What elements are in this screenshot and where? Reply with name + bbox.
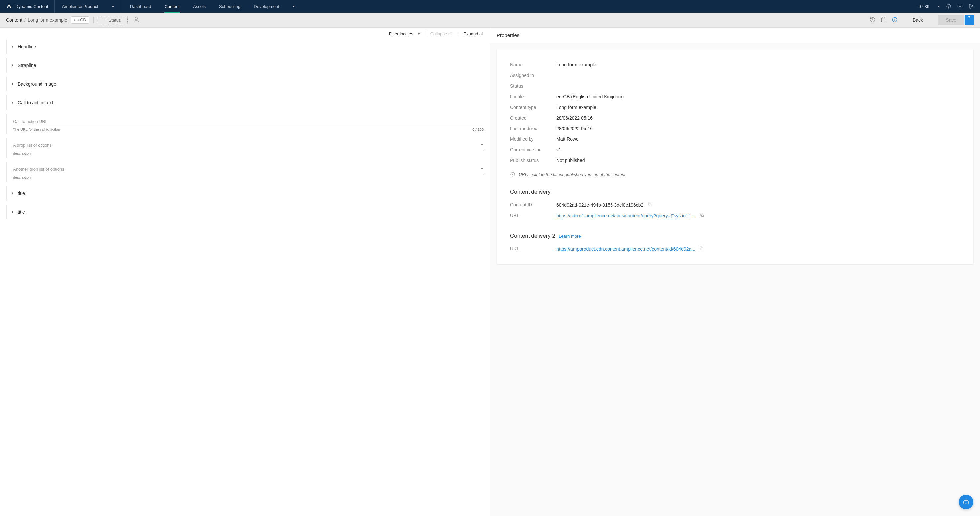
field-description: description — [13, 175, 30, 179]
prop-key: Current version — [510, 147, 557, 153]
prop-key: Publish status — [510, 158, 557, 163]
prop-val: Not published — [557, 158, 585, 163]
prop-key: URL — [510, 213, 557, 218]
chevron-down-icon — [293, 6, 295, 7]
svg-rect-10 — [964, 501, 968, 504]
prop-val: 28/06/2022 05:16 — [557, 115, 593, 121]
breadcrumb-separator: / — [24, 17, 25, 22]
chevron-down-icon — [417, 33, 420, 35]
chevron-right-icon — [11, 44, 14, 49]
prop-val: Long form example — [557, 105, 596, 110]
svg-rect-7 — [649, 204, 651, 205]
dev-label: Development — [254, 4, 279, 9]
field-label: Call to action text — [18, 100, 53, 105]
field-title-1[interactable]: title — [6, 186, 484, 201]
development-dropdown[interactable]: Development — [247, 4, 302, 9]
prop-key: Status — [510, 83, 557, 89]
locale-chip[interactable]: en-GB — [71, 16, 90, 24]
prop-val: Long form example — [557, 62, 596, 67]
prop-row: Status — [510, 81, 960, 91]
chevron-right-icon — [11, 209, 14, 215]
field-label: Strapline — [18, 63, 36, 68]
history-icon[interactable] — [870, 17, 876, 24]
prop-key: URL — [510, 246, 557, 252]
learn-more-link[interactable]: Learn more — [559, 234, 581, 239]
url1-link[interactable]: https://cdn.c1.amplience.net/cms/content… — [557, 213, 696, 218]
amplience-logo-icon — [6, 3, 12, 9]
delivery2-text: Content delivery 2 — [510, 233, 555, 239]
svg-point-13 — [966, 499, 966, 500]
prop-row: Localeen-GB (English United Kingdom) — [510, 91, 960, 102]
prop-row: Publish statusNot published — [510, 155, 960, 166]
assignee-icon[interactable] — [133, 16, 140, 24]
nav-tabs: Dashboard Content Assets Scheduling — [124, 0, 247, 13]
cta-url-input[interactable] — [13, 116, 482, 126]
tab-content[interactable]: Content — [158, 0, 186, 13]
copy-icon[interactable] — [648, 202, 652, 207]
save-button-group: Save — [938, 14, 974, 25]
copy-icon[interactable] — [699, 246, 704, 252]
save-dropdown-button[interactable] — [965, 14, 974, 25]
prop-row: Content typeLong form example — [510, 102, 960, 113]
field-meta: description — [13, 151, 484, 155]
prop-val: 28/06/2022 05:16 — [557, 126, 593, 131]
copy-icon[interactable] — [700, 213, 705, 218]
field-strapline[interactable]: Strapline — [6, 58, 484, 73]
prop-key: Last modified — [510, 126, 557, 131]
url2-row: URL https://ampproduct.cdn.content.ampli… — [510, 244, 960, 254]
nav-right: 07:36 — [918, 4, 980, 9]
expand-all[interactable]: Expand all — [463, 31, 484, 36]
prop-val: v1 — [557, 147, 562, 153]
info-icon[interactable] — [892, 17, 898, 24]
hub-selector[interactable]: Amplience Product — [55, 0, 122, 13]
prop-row: Assigned to — [510, 70, 960, 81]
form-body: Headline Strapline Background image Call… — [0, 40, 490, 230]
prop-row: Last modified28/06/2022 05:16 — [510, 123, 960, 134]
field-label: Headline — [18, 44, 36, 49]
calendar-icon[interactable] — [881, 17, 887, 24]
toolbar: Content / Long form example en-GB + Stat… — [0, 13, 980, 27]
drop2-select[interactable]: Another drop list of options — [13, 165, 484, 174]
breadcrumb-current: Long form example — [27, 17, 67, 22]
collapse-all[interactable]: Collapse all — [430, 31, 452, 36]
settings-icon[interactable] — [958, 4, 963, 9]
chat-bubble[interactable] — [959, 495, 974, 510]
tab-assets[interactable]: Assets — [186, 0, 212, 13]
chevron-down-icon — [968, 16, 971, 22]
filter-locales[interactable]: Filter locales — [389, 31, 420, 36]
field-cta-text[interactable]: Call to action text — [6, 95, 484, 110]
bot-icon — [962, 498, 970, 506]
url1-row: URL https://cdn.c1.amplience.net/cms/con… — [510, 210, 960, 221]
field-label: Background image — [18, 81, 56, 87]
info-icon — [510, 172, 515, 177]
field-title-2[interactable]: title — [6, 205, 484, 219]
breadcrumb-root[interactable]: Content — [6, 17, 22, 22]
field-background-image[interactable]: Background image — [6, 77, 484, 91]
back-button[interactable]: Back — [903, 14, 933, 25]
info-text: URLs point to the latest published versi… — [519, 172, 627, 177]
divider — [93, 17, 94, 23]
delivery1-heading: Content delivery — [510, 189, 960, 195]
add-status-button[interactable]: + Status — [98, 16, 127, 24]
time-value: 07:36 — [918, 4, 929, 9]
url2-link[interactable]: https://ampproduct.cdn.content.amplience… — [557, 246, 695, 252]
field-meta: The URL for the call to action 0 / 256 — [13, 127, 484, 132]
field-headline[interactable]: Headline — [6, 40, 484, 54]
prop-key: Modified by — [510, 137, 557, 142]
prop-val: Matt Rowe — [557, 137, 579, 142]
help-icon[interactable] — [946, 4, 951, 9]
char-counter: 0 / 256 — [473, 127, 484, 132]
main-layout: Filter locales Collapse all | Expand all… — [0, 27, 980, 516]
field-cta-url: The URL for the call to action 0 / 256 — [6, 114, 484, 134]
form-panel: Filter locales Collapse all | Expand all… — [0, 27, 490, 516]
info-note: URLs point to the latest published versi… — [510, 172, 960, 177]
hub-name: Amplience Product — [62, 4, 98, 9]
top-nav: Dynamic Content Amplience Product Dashbo… — [0, 0, 980, 13]
drop1-select[interactable]: A drop list of options — [13, 141, 484, 150]
tab-scheduling[interactable]: Scheduling — [212, 0, 247, 13]
chevron-right-icon — [11, 100, 14, 105]
prop-row: Modified byMatt Rowe — [510, 134, 960, 145]
logout-icon[interactable] — [969, 4, 974, 9]
tab-dashboard[interactable]: Dashboard — [124, 0, 158, 13]
time-selector[interactable]: 07:36 — [918, 4, 940, 9]
